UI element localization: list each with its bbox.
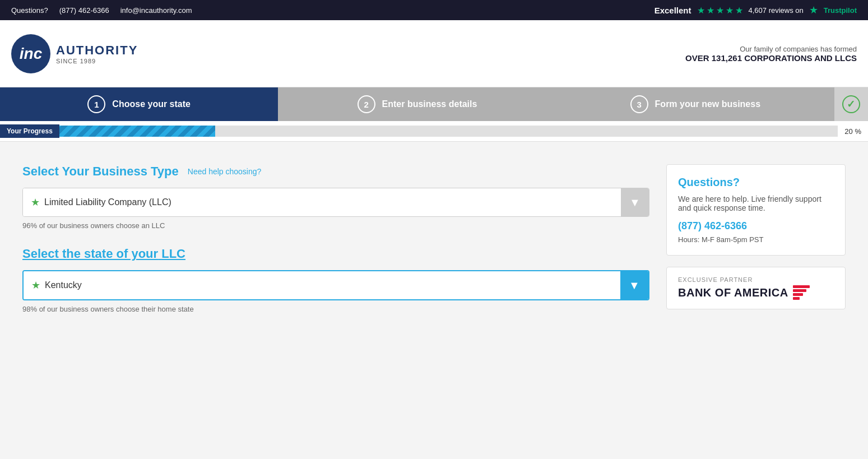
logo-bubble: inc [11,34,50,73]
state-select-field[interactable]: ★ Kentucky [24,271,620,299]
progress-label: Your Progress [0,124,59,138]
state-star-icon: ★ [31,279,40,291]
header-right: Our family of companies has formed OVER … [685,45,857,63]
boa-stripe-2 [793,289,806,292]
logo-authority: AUTHORITY [56,43,138,58]
logo-since: SINCE 1989 [56,58,138,64]
logo-inc-text: inc [20,45,42,63]
trustpilot-rating: Excellent [655,6,691,15]
boa-stripe-3 [793,293,803,296]
logo-area: inc AUTHORITY SINCE 1989 [11,34,138,73]
state-chevron-down-icon: ▼ [629,279,640,292]
state-section-title: Select the state of your LLC [22,247,649,261]
need-help-link[interactable]: Need help choosing? [188,167,262,176]
state-section-title-text: Select the state of your LLC [22,247,185,261]
business-type-value: Limited Liability Company (LLC) [44,197,171,207]
step-check-icon: ✓ [842,95,860,113]
business-type-select-field[interactable]: ★ Limited Liability Company (LLC) [23,188,621,216]
top-phone-link[interactable]: (877) 462-6366 [59,6,109,15]
content-right: Questions? We are here to help. Live fri… [666,164,846,330]
progress-percent: 20 % [838,127,868,136]
boa-name: BANK OF AMERICA [678,285,810,300]
step-2-label: Enter business details [382,99,477,109]
state-title-before: Select the state of your [22,247,158,261]
trustpilot-stars: ★ ★ ★ ★ ★ [697,5,743,16]
state-title-highlight: LLC [161,247,185,261]
step-3-number: 3 [630,95,648,113]
top-bar: Questions? (877) 462-6366 info@incauthor… [0,0,868,20]
questions-title: Questions? [678,176,834,189]
state-value: Kentucky [45,280,82,290]
star-4: ★ [726,5,734,16]
business-type-star-icon: ★ [31,196,40,208]
star-3: ★ [716,5,724,16]
main-content: Select Your Business Type Need help choo… [0,142,868,353]
formed-text: Our family of companies has formed [685,45,857,53]
steps-bar: 1 Choose your state 2 Enter business det… [0,87,868,121]
step-1-label: Choose your state [112,99,191,109]
questions-box: Questions? We are here to help. Live fri… [666,164,846,256]
business-type-chevron-down-icon: ▼ [629,196,640,209]
business-type-select-inner: ★ Limited Liability Company (LLC) [31,196,171,208]
content-left: Select Your Business Type Need help choo… [22,164,649,330]
top-bar-right: Excellent ★ ★ ★ ★ ★ 4,607 reviews on ★ T… [655,4,857,16]
partner-box: EXCLUSIVE PARTNER BANK OF AMERICA [666,267,846,309]
exclusive-label: EXCLUSIVE PARTNER [678,276,753,283]
top-bar-left: Questions? (877) 462-6366 info@incauthor… [11,6,192,15]
boa-logo-stripes [793,285,810,300]
state-dropdown-btn[interactable]: ▼ [620,271,648,299]
step-1-number: 1 [87,95,105,113]
business-type-section-title: Select Your Business Type Need help choo… [22,164,649,179]
step-3[interactable]: 3 Form your new business [556,87,834,121]
progress-row: Your Progress 20 % [0,121,868,142]
progress-bar-container [59,126,838,137]
questions-phone-link[interactable]: (877) 462-6366 [678,220,747,231]
state-hint: 98% of our business owners choose their … [22,305,649,313]
questions-hours: Hours: M-F 8am-5pm PST [678,235,834,244]
questions-phone[interactable]: (877) 462-6366 [678,220,834,232]
trustpilot-brand: Trustpilot [824,6,857,15]
business-type-title-text: Select Your Business Type [22,164,179,179]
business-type-dropdown-btn[interactable]: ▼ [621,188,649,216]
boa-stripe-4 [793,297,800,300]
boa-bank-name: BANK OF AMERICA [678,286,788,299]
star-1: ★ [697,5,705,16]
logo-text-right: AUTHORITY SINCE 1989 [56,43,138,64]
star-2: ★ [707,5,714,16]
header: inc AUTHORITY SINCE 1989 Our family of c… [0,20,868,87]
step-1[interactable]: 1 Choose your state [0,87,278,121]
progress-bar-fill [59,126,215,137]
step-2-number: 2 [358,95,375,113]
state-select-wrapper[interactable]: ★ Kentucky ▼ [22,270,649,300]
formed-bold: OVER 131,261 CORPORATIONS AND LLCS [685,53,857,63]
top-email-link[interactable]: info@incauthority.com [120,6,192,15]
trustpilot-reviews: 4,607 reviews on [749,6,804,15]
questions-desc: We are here to help. Live friendly suppo… [678,194,834,212]
step-3-label: Form your new business [655,99,760,109]
boa-stripe-1 [793,285,810,288]
star-5: ★ [735,5,743,16]
questions-label: Questions? [11,6,48,15]
business-type-select-wrapper[interactable]: ★ Limited Liability Company (LLC) ▼ [22,188,649,217]
step-complete: ✓ [834,87,868,121]
state-select-inner: ★ Kentucky [31,279,82,291]
step-2[interactable]: 2 Enter business details [278,87,556,121]
business-type-hint: 96% of our business owners choose an LLC [22,221,649,230]
trustpilot-star-icon: ★ [809,4,818,16]
